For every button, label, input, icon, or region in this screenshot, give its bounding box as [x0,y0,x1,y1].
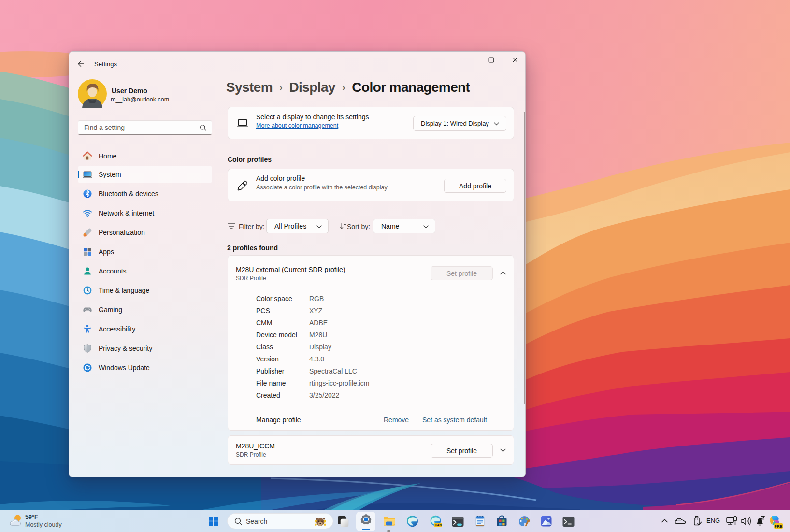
svg-text:CAN: CAN [435,523,442,527]
svg-text:PRE: PRE [775,524,783,529]
